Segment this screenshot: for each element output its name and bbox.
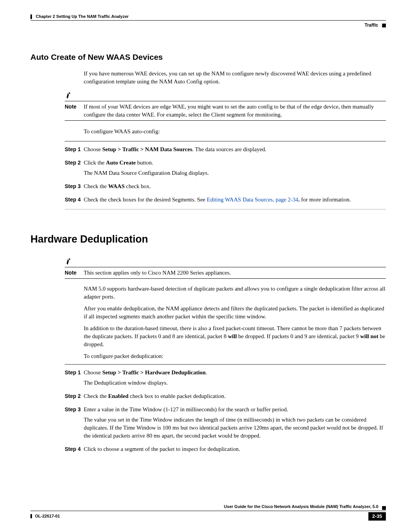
page-footer: User Guide for the Cisco Network Analysi… bbox=[30, 504, 386, 521]
step-divider bbox=[65, 141, 386, 142]
step-label: Step 3 bbox=[65, 182, 84, 193]
step-body: Check the Enabled check box to enable pa… bbox=[84, 392, 386, 403]
note-block-1: Note If most of your WAE devices are edg… bbox=[65, 91, 386, 121]
step-divider bbox=[65, 364, 386, 365]
step-body: Choose Setup > Traffic > Hardware Dedupl… bbox=[84, 369, 386, 389]
note-text: If most of your WAE devices are edge WAE… bbox=[84, 103, 386, 119]
step-row: Step 1 Choose Setup > Traffic > NAM Data… bbox=[65, 145, 386, 156]
step-label: Step 4 bbox=[65, 445, 84, 455]
leadin-1: To configure WAAS auto-config: bbox=[84, 128, 386, 136]
step-label: Step 4 bbox=[65, 196, 84, 206]
note-block-2: Note This section applies only to Cisco … bbox=[65, 257, 386, 279]
link-edit-waas[interactable]: Editing WAAS Data Sources, page 2-34 bbox=[207, 197, 298, 203]
steps-block-2: Step 1 Choose Setup > Traffic > Hardware… bbox=[65, 369, 386, 455]
footer-bar-icon bbox=[30, 514, 32, 518]
step-label: Step 2 bbox=[65, 392, 84, 403]
note-text: This section applies only to Cisco NAM 2… bbox=[84, 269, 386, 277]
para-p1: NAM 5.0 supports hardware-based detectio… bbox=[84, 285, 386, 301]
step-body: Click to choose a segment of the packet … bbox=[84, 445, 386, 455]
step-row: Step 3 Check the WAAS check box. bbox=[65, 182, 386, 193]
leadin-2: To configure packet deduplication: bbox=[84, 352, 386, 360]
para-p3: In addition to the duration-based timeou… bbox=[84, 324, 386, 348]
step-label: Step 3 bbox=[65, 406, 84, 442]
note-label: Note bbox=[65, 269, 84, 277]
step-label: Step 1 bbox=[65, 145, 84, 156]
step-row: Step 3 Enter a value in the Time Window … bbox=[65, 406, 386, 442]
step-row: Step 2 Check the Enabled check box to en… bbox=[65, 392, 386, 403]
section-label: Traffic bbox=[365, 22, 378, 29]
step-body: Choose Setup > Traffic > NAM Data Source… bbox=[84, 145, 386, 156]
step-row: Step 4 Check the check boxes for the des… bbox=[65, 196, 386, 206]
footer-square-icon bbox=[382, 506, 386, 510]
note-label: Note bbox=[65, 103, 84, 119]
step-label: Step 2 bbox=[65, 159, 84, 179]
dedup-body: NAM 5.0 supports hardware-based detectio… bbox=[84, 285, 386, 360]
steps-block-1: Step 1 Choose Setup > Traffic > NAM Data… bbox=[65, 145, 386, 206]
page-header: Chapter 2 Setting Up The NAM Traffic Ana… bbox=[30, 14, 386, 21]
note-icon bbox=[65, 91, 75, 100]
chapter-label: Chapter 2 Setting Up The NAM Traffic Ana… bbox=[36, 14, 129, 19]
step-body: Check the check boxes for the desired Se… bbox=[84, 196, 386, 206]
intro-block: If you have numerous WAE devices, you ca… bbox=[84, 70, 386, 86]
step-label: Step 1 bbox=[65, 369, 84, 389]
note-icon bbox=[65, 257, 75, 266]
step-row: Step 1 Choose Setup > Traffic > Hardware… bbox=[65, 369, 386, 389]
page-header-sub: Traffic bbox=[30, 22, 386, 29]
section-heading-dedup: Hardware Deduplication bbox=[30, 232, 386, 247]
section-heading-auto-create: Auto Create of New WAAS Devices bbox=[30, 51, 386, 62]
step-row: Step 2 Click the Auto Create button. The… bbox=[65, 159, 386, 179]
footer-title: User Guide for the Cisco Network Analysi… bbox=[224, 504, 378, 510]
step-row: Step 4 Click to choose a segment of the … bbox=[65, 445, 386, 455]
intro-text: If you have numerous WAE devices, you ca… bbox=[84, 70, 386, 86]
page-number-badge: 2-35 bbox=[368, 512, 386, 521]
step-body: Click the Auto Create button. The NAM Da… bbox=[84, 159, 386, 179]
header-square-icon bbox=[382, 24, 386, 27]
step-divider-end bbox=[65, 209, 386, 209]
step-body: Check the WAAS check box. bbox=[84, 182, 386, 193]
header-bar-icon bbox=[30, 14, 32, 19]
footer-doc-id-block: OL-22617-01 bbox=[30, 513, 60, 519]
step-body: Enter a value in the Time Window (1-127 … bbox=[84, 406, 386, 442]
para-p2: After you enable deduplication, the NAM … bbox=[84, 305, 386, 321]
footer-doc-id: OL-22617-01 bbox=[35, 513, 60, 519]
